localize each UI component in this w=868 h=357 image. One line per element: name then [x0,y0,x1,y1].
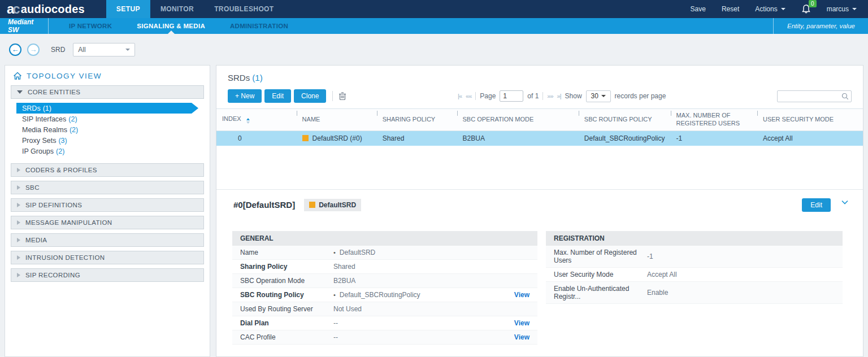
srd-filter-value: All [78,46,85,54]
view-link[interactable]: View [514,333,530,341]
item-label: SIP Interfaces [22,115,66,123]
clone-button[interactable]: Clone [294,89,326,103]
page-title: SRDs (1) [216,66,863,85]
srd-color-swatch [302,135,309,141]
table-row[interactable]: 0 DefaultSRD (#0) Shared B2BUA Default_S… [216,130,863,146]
cell-sbc-operation-mode[interactable]: B2BUA [457,130,579,146]
trash-icon [338,92,346,101]
prev-page-button[interactable]: «« [466,93,471,99]
item-label: IP Groups [22,147,54,155]
srd-chip: DefaultSRD [304,199,361,211]
section-label: MEDIA [25,237,47,243]
cell-user-security-mode[interactable]: Accept All [757,130,863,146]
device-name: Mediant SW [0,18,49,34]
view-link[interactable]: View [514,291,530,299]
registration-section: REGISTRATION Max. Number of Registered U… [546,231,843,345]
first-page-button[interactable]: |« [458,93,462,99]
table-search-input[interactable] [777,90,852,102]
next-page-button[interactable]: »» [547,93,553,99]
topology-sidebar: TOPOLOGY VIEW CORE ENTITIES SRDs (1) SIP… [5,65,210,357]
tab-monitor[interactable]: MONITOR [150,0,204,18]
column-header-sbc-operation-mode[interactable]: SBC OPERATION MODE [457,109,579,131]
actions-menu[interactable]: Actions [755,5,785,13]
logo-mark: c [12,2,20,16]
general-heading: GENERAL [232,231,537,246]
column-header-sbc-routing-policy[interactable]: SBC ROUTING POLICY [579,109,671,131]
tab-setup[interactable]: SETUP [106,0,150,18]
details-edit-button[interactable]: Edit [802,198,831,212]
section-label: SBC [25,184,40,191]
sidebar-section-media[interactable]: MEDIA [11,233,204,247]
section-label: CORE ENTITIES [28,89,80,95]
chevron-down-icon[interactable] [841,200,848,204]
sidebar-item-srds[interactable]: SRDs (1) [16,103,198,114]
topology-view-header: TOPOLOGY VIEW [5,66,210,85]
triangle-collapsed-icon [17,203,20,207]
cell-sbc-routing-policy[interactable]: Default_SBCRoutingPolicy [579,130,671,146]
srd-color-swatch [309,202,315,208]
column-header-max-registered-users[interactable]: MAX. NUMBER OF REGISTERED USERS [671,109,757,131]
show-label: Show [565,92,582,100]
tab-administration[interactable]: ADMINISTRATION [218,18,301,34]
sidebar-item-sip-interfaces[interactable]: SIP Interfaces (2) [16,114,204,124]
sidebar-section-message-manipulation[interactable]: MESSAGE MANIPULATION [11,216,204,229]
table-search [777,90,852,102]
divider [332,91,333,101]
item-count: (3) [58,137,67,145]
divider [216,146,863,190]
tab-signaling-media[interactable]: SIGNALING & MEDIA [124,18,218,34]
detail-row-sbc-routing-policy: SBC Routing Policy • Default_SBCRoutingP… [232,288,537,302]
details-body: GENERAL Name • DefaultSRD Sharing Policy… [216,216,863,345]
top-actions: Save Reset Actions 0 marcus [691,0,868,18]
sidebar-section-intrusion-detection[interactable]: INTRUSION DETECTION [11,251,204,264]
detail-row-unauthenticated-registrations: Enable Un-Authenticated Registr... Enabl… [546,282,843,304]
cell-max-registered-users[interactable]: -1 [671,130,757,146]
cell-sharing-policy[interactable]: Shared [377,130,457,146]
sidebar-section-sip-definitions[interactable]: SIP DEFINITIONS [11,198,204,212]
user-menu[interactable]: marcus [827,5,857,13]
sidebar-section-sbc[interactable]: SBC [11,181,204,194]
item-count: (2) [56,147,64,155]
view-link[interactable]: View [514,319,530,327]
cell-name[interactable]: DefaultSRD (#0) [297,130,377,146]
new-button[interactable]: + New [228,89,262,103]
user-name: marcus [827,5,849,13]
tab-troubleshoot[interactable]: TROUBLESHOOT [204,0,284,18]
detail-row-used-by-routing-server: Used By Routing Server Not Used [232,302,537,316]
triangle-collapsed-icon [17,168,20,172]
sidebar-section-core-entities[interactable]: CORE ENTITIES [11,85,204,99]
item-count: (1) [43,105,51,112]
srd-filter-label: SRD [51,46,65,54]
sidebar-section-sip-recording[interactable]: SIP RECORDING [11,268,204,282]
sidebar-section-coders-profiles[interactable]: CODERS & PROFILES [11,163,204,177]
sidebar-item-ip-groups[interactable]: IP Groups (2) [16,146,204,156]
edit-button[interactable]: Edit [264,89,291,103]
srds-table: INDEX NAME SHARING POLICY SBC OPERATION … [216,108,863,146]
global-search-input[interactable] [787,23,860,29]
sidebar-item-proxy-sets[interactable]: Proxy Sets (3) [16,135,204,146]
column-header-user-security-mode[interactable]: USER SECURITY MODE [757,109,863,131]
cell-index[interactable]: 0 [216,130,297,146]
page-number-input[interactable] [500,90,523,102]
forward-button[interactable]: → [27,43,40,56]
page-size-select[interactable]: 30 [586,90,611,102]
divider [542,92,543,100]
item-label: SRDs [22,105,41,112]
srd-filter-select[interactable]: All [73,43,135,56]
detail-row-max-registered-users: Max. Number of Registered Users -1 [546,246,843,268]
delete-button[interactable] [338,92,346,101]
detail-row-dial-plan: Dial Plan -- View [232,316,537,330]
back-button[interactable]: ← [9,43,21,56]
detail-row-name: Name • DefaultSRD [232,246,537,260]
notifications-button[interactable]: 0 [801,4,811,14]
top-navbar: a c audiocodes SETUP MONITOR TROUBLESHOO… [0,0,868,18]
column-header-sharing-policy[interactable]: SHARING POLICY [377,109,457,131]
reset-button[interactable]: Reset [722,5,739,13]
column-header-index[interactable]: INDEX [216,109,297,131]
sidebar-item-media-realms[interactable]: Media Realms (2) [16,124,204,135]
global-search [773,18,868,34]
last-page-button[interactable]: »| [557,93,561,99]
tab-ip-network[interactable]: IP NETWORK [57,18,124,34]
save-button[interactable]: Save [691,5,706,13]
column-header-name[interactable]: NAME [297,109,377,131]
